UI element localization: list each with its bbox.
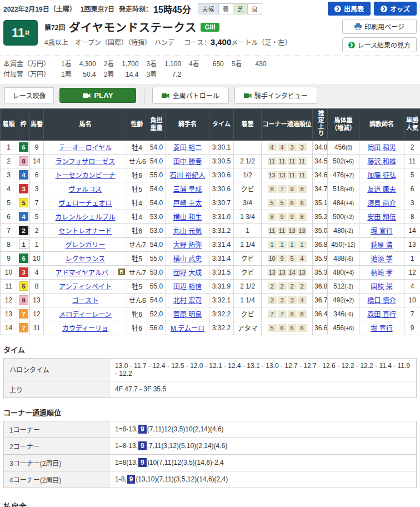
jockey-name-link[interactable]: 菱田 裕二: [173, 144, 202, 152]
trainer-name-link[interactable]: 萩原 清: [371, 241, 392, 249]
jockey-name-link[interactable]: 菅原 明良: [173, 311, 202, 319]
trainer-name-link[interactable]: 堀 宣行: [371, 325, 392, 332]
horse-name-link[interactable]: グレンガリー: [65, 241, 105, 249]
finish-time: 3:32.2: [209, 307, 234, 321]
trainer-name-link[interactable]: 須貝 尚介: [367, 200, 396, 207]
jockey-name-link[interactable]: 石川 裕紀人: [170, 172, 205, 180]
frame-number-badge: 7: [19, 323, 28, 332]
trainer-cell: 国枝 栄: [359, 279, 404, 293]
win-favorite-rank: 7: [404, 307, 420, 321]
turf-value: 良: [248, 4, 262, 14]
horse-name-link[interactable]: カレンルシェルブル: [55, 213, 115, 221]
margin: [234, 140, 262, 154]
corner-order: 1=8(13,9)10(7,11)12(3,5)(14,6)-2,4: [109, 454, 417, 471]
horse-name-link[interactable]: セントレオナード: [58, 227, 112, 235]
horse-name-link[interactable]: ランフォザローゼス: [56, 158, 116, 166]
column-header: 馬番: [30, 109, 44, 141]
jockey-name-link[interactable]: 田中 勝春: [173, 158, 202, 166]
jockey-name-link[interactable]: 横山 武史: [173, 255, 202, 263]
trainer-name-link[interactable]: 柄崎 孝: [371, 269, 392, 277]
corner-position: 3: [298, 143, 307, 151]
printer-icon: [354, 23, 362, 30]
trainer-name-link[interactable]: 加藤 征弘: [367, 172, 396, 180]
horse-name-cell: アンティシペイト: [44, 279, 127, 293]
horse-number: 14: [30, 154, 44, 168]
jockey-name-link[interactable]: 大野 拓弥: [173, 241, 202, 249]
jockey-name-link[interactable]: 田辺 裕信: [173, 283, 202, 291]
corner-positions-cell: 11111313: [262, 223, 313, 237]
jockey-name-link[interactable]: 丸山 元気: [173, 227, 202, 235]
corner-positions-cell: 5666: [262, 321, 313, 335]
finish-time: 3:31.2: [209, 223, 234, 237]
print-page-button[interactable]: 印刷用ページ: [342, 19, 417, 34]
margin: 3/4: [234, 196, 262, 210]
corner-position: 8: [288, 310, 297, 318]
trainer-name-link[interactable]: 安田 翔伍: [367, 213, 396, 221]
corner-table: 1コーナー1=8-13,9(7,11)12(3,5)10(2,14)(4,6)2…: [3, 421, 417, 488]
sex-age: 牡4: [127, 210, 147, 223]
body-weight-diff: (-6): [344, 256, 353, 262]
jockey-name-link[interactable]: 団野 大成: [173, 269, 202, 277]
column-header-label: 馬名: [79, 121, 92, 127]
horse-name-link[interactable]: テーオーロイヤル: [59, 144, 112, 152]
jockey-name-link[interactable]: 横山 和生: [173, 213, 202, 221]
jockey-cell: 団野 大成: [166, 265, 209, 279]
horse-number: 10: [30, 251, 44, 265]
trainer-name-link[interactable]: 森田 直行: [367, 311, 396, 319]
play-button[interactable]: PLAY: [59, 88, 136, 103]
column-header-label: タイム: [212, 121, 231, 127]
trainer-name-link[interactable]: 国枝 栄: [371, 283, 392, 291]
corner-position: 6: [288, 324, 297, 332]
column-header: 推定上り: [313, 109, 328, 141]
shutsuba-button[interactable]: ❯ 出馬表: [328, 2, 371, 16]
horse-number: 2: [30, 223, 44, 237]
corner-position: 5: [268, 324, 277, 332]
horse-name-link[interactable]: ヴァルコス: [69, 186, 102, 193]
corner-position: 4: [278, 143, 287, 151]
horse-name-link[interactable]: レクセランス: [66, 255, 106, 263]
horse-name-link[interactable]: トーセンカンビーナ: [55, 172, 115, 180]
patrol-video-button[interactable]: 全周パトロール: [152, 87, 228, 104]
horse-number: 8: [30, 279, 44, 293]
jockey-name-link[interactable]: 北村 宏司: [173, 297, 202, 305]
finish-position: 8: [1, 237, 17, 251]
trainer-name-link[interactable]: 友道 康夫: [367, 186, 396, 193]
trainer-cell: 萩原 清: [359, 237, 404, 251]
horse-name-link[interactable]: メロディーレーン: [59, 311, 112, 319]
jockey-cell: 横山 和生: [166, 210, 209, 223]
column-header: 単勝人気: [404, 109, 420, 141]
jockey-name-link[interactable]: 三浦 皇成: [173, 186, 202, 193]
date-line: 2022年2月19日（土曜） 1回東京7日 発走時刻： 15時45分: [3, 2, 191, 16]
prize-place-label: 1着: [61, 71, 72, 78]
corner-position: 3: [288, 296, 297, 304]
jockey-name-link[interactable]: M.デムーロ: [171, 325, 204, 332]
corner-position: 11: [288, 157, 297, 165]
howto-results-button[interactable]: ❯ レース結果の見方: [342, 37, 417, 52]
winner-highlight: 9: [138, 458, 147, 467]
race-conditions-text: 4歳以上 オープン（国際）（特指） ハンデ: [44, 39, 174, 47]
odds-button[interactable]: ❯ オッズ: [374, 2, 417, 16]
horse-name-cell: トーセンカンビーナ: [44, 168, 127, 182]
jockey-interview-button[interactable]: 騎手インタビュー: [234, 87, 317, 104]
finish-time: 3:31.9: [209, 279, 234, 293]
jockey-name-link[interactable]: 戸崎 圭太: [173, 200, 202, 207]
corner-position: 5: [278, 199, 287, 207]
horse-name-link[interactable]: アンティシペイト: [59, 283, 112, 291]
body-weight-diff: (-6): [344, 311, 353, 317]
estimated-agari: 36.8: [313, 237, 328, 251]
body-weight: 484: [333, 199, 344, 207]
trainer-name-link[interactable]: 堀 宣行: [371, 227, 392, 235]
horse-name-link[interactable]: ゴースト: [72, 297, 98, 305]
body-weight-diff: (+2): [344, 214, 354, 220]
horse-name-link[interactable]: ヴェローチェオロ: [58, 200, 112, 207]
corner-position: 1: [298, 241, 307, 248]
trainer-name-link[interactable]: 橋口 慎介: [367, 297, 396, 305]
corner-order-text: )10(7,11)12(3,5)(14,6)-2,4: [147, 459, 224, 466]
trainer-name-link[interactable]: 池添 学: [371, 255, 392, 263]
horse-name-link[interactable]: カウディーリョ: [62, 325, 108, 332]
horse-name-link[interactable]: アドマイヤアルバ: [55, 269, 108, 277]
race-number-suffix: R: [25, 29, 29, 36]
trainer-name-link[interactable]: 藤沢 和雄: [367, 158, 396, 166]
table-row: 346トーセンカンビーナ牡655.0石川 裕紀人3:30.61/21313111…: [1, 168, 420, 182]
trainer-name-link[interactable]: 岡田 稲男: [367, 144, 396, 152]
